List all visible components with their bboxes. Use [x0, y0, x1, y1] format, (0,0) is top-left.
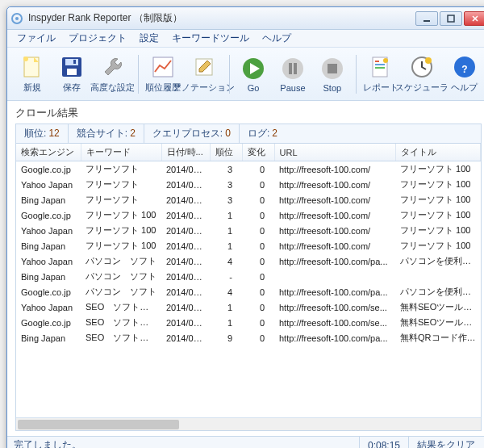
cell-engine: Google.co.jp: [16, 207, 81, 223]
table-row[interactable]: Google.co.jpパソコン ソフト2014/01...40http://f…: [16, 284, 481, 299]
stats-tabs: 順位: 12 競合サイト: 2 クエリプロセス: 0 ログ: 2: [15, 124, 482, 144]
col-url[interactable]: URL: [274, 144, 395, 161]
advanced-settings-button[interactable]: 高度な設定: [93, 52, 133, 97]
cell-title: 無料QRコード作成ソフ: [395, 330, 481, 345]
cell-title: 無料SEOツール一覧 -: [395, 299, 481, 315]
cell-engine: Yahoo Japan: [16, 177, 81, 192]
table-row[interactable]: Google.co.jpフリーソフト 1002014/01...10http:/…: [16, 207, 481, 223]
cell-title: フリーソフト 100: [395, 161, 481, 177]
cell-title: フリーソフト 100: [395, 238, 481, 253]
table-row[interactable]: Yahoo Japanパソコン ソフト2014/01...40http://fr…: [16, 253, 481, 269]
cell-rank: 4: [210, 253, 242, 269]
svg-point-5: [23, 57, 28, 61]
table-row[interactable]: Yahoo Japanフリーソフト2014/01...30http://free…: [16, 177, 481, 192]
cell-engine: Yahoo Japan: [16, 253, 81, 269]
cell-keyword: パソコン ソフト: [81, 253, 161, 269]
svg-rect-17: [328, 64, 337, 73]
cell-change: 0: [242, 269, 274, 284]
col-engine[interactable]: 検索エンジン: [16, 144, 81, 161]
stat-rank[interactable]: 順位: 12: [16, 124, 69, 143]
cell-rank: 3: [210, 177, 242, 192]
table-body[interactable]: Google.co.jpフリーソフト2014/01...30http://fre…: [16, 161, 481, 417]
table-row[interactable]: Yahoo JapanSEO ソフト 無料2014/01...10http://…: [16, 299, 481, 315]
status-time: 0:08:15: [359, 437, 408, 448]
cell-url: http://freesoft-100.com/: [274, 177, 395, 192]
wrench-icon: [100, 54, 126, 80]
cell-rank: 9: [210, 330, 242, 345]
menu-settings[interactable]: 設定: [135, 30, 164, 47]
menu-keyword-tool[interactable]: キーワードツール: [167, 30, 254, 47]
toolbar: 新規 保存 高度な設定 順位履歴 アノテーション Go Pause: [7, 48, 484, 101]
col-change[interactable]: 変化: [242, 144, 274, 161]
svg-point-22: [383, 58, 388, 63]
table-row[interactable]: Yahoo Japanフリーソフト 1002014/01...10http://…: [16, 223, 481, 238]
cell-engine: Yahoo Japan: [16, 299, 81, 315]
col-date[interactable]: 日付/時...: [161, 144, 210, 161]
pause-icon: [280, 56, 306, 82]
cell-change: 0: [242, 253, 274, 269]
titlebar[interactable]: Inspyder Rank Reporter （制限版）: [7, 7, 484, 30]
table-row[interactable]: Google.co.jpフリーソフト2014/01...30http://fre…: [16, 161, 481, 177]
cell-title: パソコンを便利にするフ: [395, 284, 481, 299]
cell-url: http://freesoft-100.com/: [274, 207, 395, 223]
stop-button[interactable]: Stop: [313, 52, 351, 97]
table-header-row: 検索エンジン キーワード 日付/時... 順位 変化 URL タイトル: [16, 144, 481, 161]
cell-keyword: パソコン ソフト: [81, 269, 161, 284]
scheduler-button[interactable]: スケジューラ: [402, 52, 442, 97]
cell-url: [274, 269, 395, 284]
horizontal-scrollbar[interactable]: [16, 417, 481, 430]
pause-button[interactable]: Pause: [274, 52, 312, 97]
table-row[interactable]: Bing Japanフリーソフト2014/01...30http://frees…: [16, 192, 481, 207]
cell-rank: -: [210, 269, 242, 284]
svg-rect-9: [73, 60, 76, 64]
help-button[interactable]: ? ヘルプ: [445, 52, 483, 97]
report-icon: [368, 54, 394, 80]
content-area: クロール結果 順位: 12 競合サイト: 2 クエリプロセス: 0 ログ: 2 …: [7, 101, 484, 436]
stat-compete[interactable]: 競合サイト: 2: [69, 124, 144, 143]
stat-query[interactable]: クエリプロセス: 0: [144, 124, 240, 143]
stat-log[interactable]: ログ: 2: [240, 124, 286, 143]
svg-point-1: [15, 17, 19, 20]
close-button[interactable]: [464, 11, 484, 26]
table-row[interactable]: Bing Japanパソコン ソフト2014/01...-0: [16, 269, 481, 284]
table-row[interactable]: Bing Japanフリーソフト 1002014/01...10http://f…: [16, 238, 481, 253]
col-rank[interactable]: 順位: [210, 144, 242, 161]
new-file-icon: [19, 54, 45, 80]
go-button[interactable]: Go: [235, 52, 273, 97]
scrollbar-thumb[interactable]: [18, 420, 179, 429]
cell-engine: Bing Japan: [16, 330, 81, 345]
cell-date: 2014/01...: [161, 207, 210, 223]
annotation-button[interactable]: アノテーション: [184, 52, 224, 97]
cell-keyword: SEO ソフト 無料: [81, 299, 161, 315]
report-button[interactable]: レポート: [361, 52, 400, 97]
section-title: クロール結果: [15, 106, 482, 120]
cell-rank: 3: [210, 192, 242, 207]
table-row[interactable]: Google.co.jpSEO ソフト 無料2014/01...10http:/…: [16, 315, 481, 330]
cell-engine: Yahoo Japan: [16, 223, 81, 238]
menu-file[interactable]: ファイル: [12, 30, 60, 47]
new-button[interactable]: 新規: [14, 52, 52, 97]
cell-keyword: フリーソフト 100: [81, 238, 161, 253]
clear-results-button[interactable]: 結果をクリア: [408, 437, 483, 448]
minimize-button[interactable]: [415, 11, 438, 26]
cell-keyword: SEO ソフト 無料: [81, 315, 161, 330]
app-icon: [10, 12, 23, 25]
svg-point-24: [425, 57, 432, 64]
svg-rect-8: [67, 69, 77, 75]
svg-rect-14: [289, 63, 292, 74]
cell-engine: Bing Japan: [16, 192, 81, 207]
svg-rect-7: [65, 59, 78, 65]
menu-help[interactable]: ヘルプ: [257, 30, 296, 47]
cell-change: 0: [242, 207, 274, 223]
table-row[interactable]: Bing JapanSEO ソフト 無料2014/01...90http://f…: [16, 330, 481, 345]
cell-date: 2014/01...: [161, 192, 210, 207]
menu-project[interactable]: プロジェクト: [64, 30, 131, 47]
cell-title: パソコンを便利にするフ: [395, 253, 481, 269]
col-keyword[interactable]: キーワード: [81, 144, 161, 161]
cell-url: http://freesoft-100.com/se...: [274, 299, 395, 315]
toolbar-separator: [138, 55, 139, 94]
cell-keyword: フリーソフト: [81, 177, 161, 192]
maximize-button[interactable]: [440, 11, 462, 26]
save-button[interactable]: 保存: [53, 52, 91, 97]
col-title[interactable]: タイトル: [395, 144, 481, 161]
